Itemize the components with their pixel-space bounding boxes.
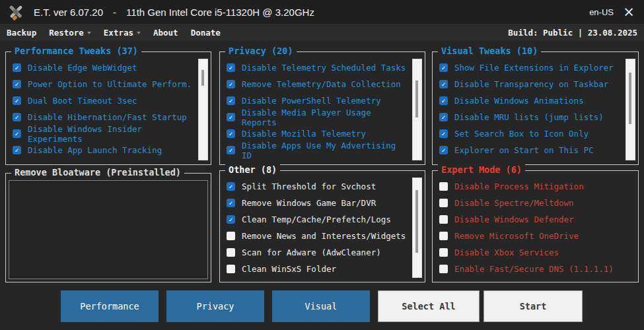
checkbox-item[interactable]: Disable Windows Insider Experiments [9, 125, 195, 142]
checkbox[interactable] [13, 96, 21, 105]
checkbox-item[interactable]: Enable Fast/Secure DNS (1.1.1.1) [435, 261, 634, 277]
checkbox[interactable] [439, 96, 448, 105]
checkbox-item[interactable]: Disable Spectre/Meltdown [435, 195, 634, 211]
checkbox[interactable] [227, 96, 235, 105]
checkbox[interactable] [439, 182, 448, 191]
privacy-button[interactable]: Privacy [166, 290, 264, 322]
checkbox-item[interactable]: Show File Extensions in Explorer [435, 59, 622, 76]
checkbox-label: Dual Boot Timeout 3sec [28, 96, 137, 106]
app-logo-icon [7, 3, 25, 21]
checkbox[interactable] [13, 146, 21, 154]
language-selector[interactable]: en-US [589, 7, 614, 17]
checkbox-item[interactable]: Disable MRU lists (jump lists) [435, 109, 622, 125]
scrollbar[interactable] [198, 59, 208, 160]
checkbox[interactable] [227, 182, 235, 191]
checkbox-item[interactable]: Remove Microsoft OneDrive [435, 228, 634, 244]
menu-extras[interactable]: Extras [104, 28, 141, 38]
checkbox-label: Scan for Adware (AdwCleaner) [242, 248, 381, 257]
scrollbar-thumb[interactable] [415, 190, 418, 253]
build-info-text: Build: Public | 23.08.2025 [508, 28, 637, 38]
checkbox-label: Disable Apps Use My Advertising ID [242, 141, 409, 160]
checkbox-item[interactable]: Disable Media Player Usage Reports [223, 109, 409, 125]
scrollbar-thumb[interactable] [415, 81, 418, 117]
checkbox-label: Disable Telemetry Scheduled Tasks [242, 63, 406, 73]
checkbox[interactable] [439, 113, 448, 121]
menu-restore-label: Restore [49, 28, 84, 38]
checkbox[interactable] [439, 248, 448, 257]
checkbox-item[interactable]: Remove Windows Game Bar/DVR [223, 195, 409, 211]
checkbox-item[interactable]: Remove News and Interests/Widgets [223, 228, 409, 244]
checkbox-item[interactable]: Clean WinSxS Folder [223, 261, 409, 277]
checkbox-item[interactable]: Power Option to Ultimate Perform. [9, 76, 195, 92]
checkbox-item[interactable]: Disable PowerShell Telemetry [223, 92, 409, 109]
checkbox-item[interactable]: Dual Boot Timeout 3sec [9, 92, 195, 109]
checkbox-item[interactable]: Disable Edge WebWidget [9, 59, 195, 76]
checkbox[interactable] [439, 265, 448, 273]
checkbox-item[interactable]: Set Search Box to Icon Only [435, 125, 622, 142]
checkbox-item[interactable]: Explorer on Start on This PC [435, 142, 622, 158]
checkbox[interactable] [227, 113, 235, 121]
checkbox[interactable] [439, 80, 448, 88]
group-other: Other (8) Split Threshold for Svchost Re… [219, 170, 425, 282]
scrollbar[interactable] [626, 59, 635, 160]
checkbox[interactable] [227, 199, 235, 207]
checkbox-item[interactable]: Disable App Launch Tracking [9, 142, 195, 158]
scrollbar[interactable] [412, 59, 422, 160]
scrollbar-thumb[interactable] [629, 73, 631, 124]
checkbox-item[interactable]: Disable Transparency on Taskbar [435, 76, 622, 92]
start-button[interactable]: Start [483, 290, 583, 322]
checkbox-item[interactable]: Disable Windows Defender [435, 211, 634, 228]
checkbox-item[interactable]: Remove Telemetry/Data Collection [223, 76, 409, 92]
checkbox-item[interactable]: Disable Hibernation/Fast Startup [9, 109, 195, 125]
checkbox-label: Clean Temp/Cache/Prefetch/Logs [242, 214, 391, 224]
checkbox[interactable] [227, 63, 235, 72]
checkbox[interactable] [227, 265, 235, 273]
checkbox-label: Disable Spectre/Meltdown [454, 198, 574, 208]
checkbox-item[interactable]: Disable Telemetry Scheduled Tasks [223, 59, 409, 76]
checkbox-item[interactable]: Disable Process Mitigation [435, 178, 634, 195]
checkbox-label: Remove Telemetry/Data Collection [242, 79, 401, 89]
scrollbar-thumb[interactable] [201, 70, 204, 86]
checkbox[interactable] [227, 80, 235, 88]
menu-donate[interactable]: Donate [191, 28, 221, 38]
checkbox-item[interactable]: Disable Windows Animations [435, 92, 622, 109]
checkbox-item[interactable]: Clean Temp/Cache/Prefetch/Logs [223, 211, 409, 228]
visual-button[interactable]: Visual [272, 290, 370, 322]
scrollbar[interactable] [412, 178, 422, 278]
checkbox-label: Explorer on Start on This PC [454, 145, 594, 155]
checkbox[interactable] [439, 146, 448, 154]
checkbox[interactable] [439, 129, 448, 138]
checkbox[interactable] [227, 129, 235, 138]
checkbox[interactable] [227, 232, 235, 240]
checkbox-item[interactable]: Scan for Adware (AdwCleaner) [223, 244, 409, 261]
checkbox[interactable] [227, 215, 235, 224]
checkbox-label: Disable Transparency on Taskbar [454, 79, 608, 89]
checkbox[interactable] [13, 80, 21, 88]
menu-about[interactable]: About [153, 28, 178, 38]
checkbox-item[interactable]: Disable Xbox Services [435, 244, 634, 261]
group-performance-tweaks: Performance Tweaks (37) Disable Edge Web… [5, 51, 211, 165]
checkbox[interactable] [13, 129, 21, 138]
checkbox[interactable] [439, 215, 448, 224]
checkbox-list-other: Split Threshold for Svchost Remove Windo… [223, 178, 409, 279]
checkbox-label: Enable Fast/Secure DNS (1.1.1.1) [454, 264, 614, 274]
checkbox-item[interactable]: Disable Mozilla Telemetry [223, 125, 409, 142]
checkbox-item[interactable]: Disable Apps Use My Advertising ID [223, 142, 409, 158]
performance-button[interactable]: Performance [61, 290, 159, 322]
checkbox-item[interactable]: Split Threshold for Svchost [223, 178, 409, 195]
select-all-button[interactable]: Select All [378, 290, 480, 322]
bloatware-listbox[interactable] [9, 180, 208, 279]
close-icon[interactable]: × [614, 0, 644, 24]
checkbox[interactable] [439, 199, 448, 207]
chevron-down-icon [87, 32, 91, 34]
checkbox[interactable] [227, 146, 235, 154]
group-title: Visual Tweaks (10) [438, 46, 541, 56]
checkbox[interactable] [13, 63, 21, 72]
checkbox-list-performance: Disable Edge WebWidget Power Option to U… [9, 59, 195, 161]
checkbox[interactable] [227, 248, 235, 257]
menu-backup[interactable]: Backup [7, 28, 36, 38]
menu-restore[interactable]: Restore [49, 28, 91, 38]
checkbox[interactable] [439, 232, 448, 240]
checkbox[interactable] [13, 113, 21, 121]
checkbox[interactable] [439, 63, 448, 72]
